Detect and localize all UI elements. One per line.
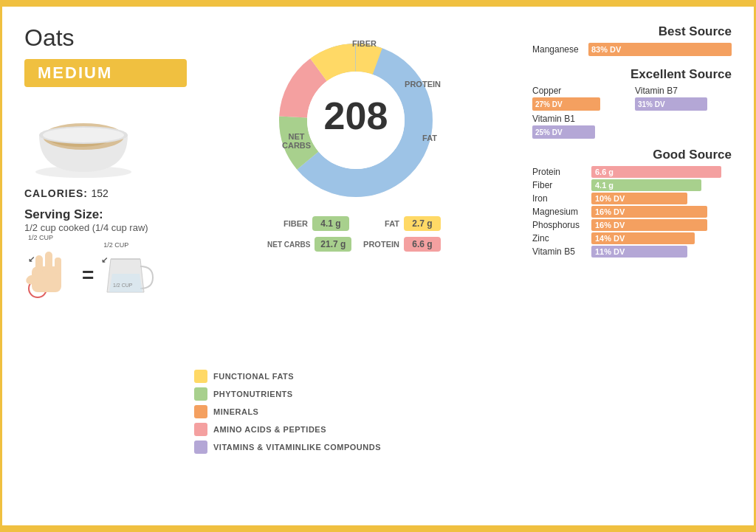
gs-protein-row: Protein 6.6 g: [532, 166, 732, 178]
macro-fiber: FIBER 4.1 g: [267, 216, 353, 231]
page-wrapper: Oats MEDIUM: [0, 0, 756, 532]
food-title: Oats: [24, 24, 187, 52]
gs-fiber-bar: 4.1 g: [591, 179, 701, 191]
serving-size-title: Serving Size:: [24, 207, 187, 222]
center-column: 208 FIBER PROTEIN FAT NETCARBS FIBER 4.1…: [194, 24, 518, 359]
gs-phosphorus-row: Phosphorus 16% DV: [532, 219, 732, 231]
legend-dot-phytonutrients: [194, 387, 207, 401]
best-source-manganese: Manganese 83% DV: [532, 43, 732, 56]
legend-section: FUNCTIONAL FATS PHYTONUTRIENTS MINERALS …: [194, 370, 518, 508]
cup-label-2: 1/2 CUP: [103, 241, 128, 249]
calories-line: CALORIES: 152: [24, 187, 187, 200]
macro-netcarbs: NET CARBS 21.7 g: [267, 237, 353, 252]
best-source-manganese-name: Manganese: [532, 44, 585, 55]
gs-vitb5-bar: 11% DV: [591, 246, 687, 258]
svg-rect-11: [35, 255, 43, 274]
gs-zinc-row: Zinc 14% DV: [532, 232, 732, 244]
legend-dot-minerals: [194, 405, 207, 418]
macro-protein: PROTEIN 6.6 g: [359, 237, 444, 252]
hand-cup-illustration: 1/2 CUP ↙: [24, 244, 187, 306]
macro-fat-label: FAT: [359, 219, 399, 228]
macro-fat: FAT 2.7 g: [359, 216, 444, 231]
excellent-copper-bar: 27% DV: [532, 97, 600, 111]
macro-protein-value: 6.6 g: [404, 237, 441, 252]
excellent-copper-bar-row: 27% DV: [532, 97, 629, 111]
calories-label: CALORIES:: [24, 187, 88, 199]
serving-size-section: Serving Size: 1/2 cup cooked (1/4 cup ra…: [24, 207, 187, 233]
gs-zinc-bar: 14% DV: [591, 232, 695, 244]
gs-magnesium-val: 16% DV: [595, 207, 625, 216]
excellent-vitb7-wrap: Vitamin B7 31% DV: [635, 86, 732, 111]
donut-label-protein: PROTEIN: [405, 80, 441, 89]
legend-label-phytonutrients: PHYTONUTRIENTS: [213, 390, 293, 398]
excellent-row2-placeholder: [635, 114, 732, 139]
bottom-border: [2, 525, 754, 530]
svg-point-8: [43, 128, 124, 142]
legend-dot-amino-acids: [194, 423, 207, 436]
excellent-vitb1-bar: 25% DV: [532, 125, 595, 139]
excellent-vitb7-pct: 31% DV: [638, 100, 665, 108]
gs-zinc-name: Zinc: [532, 233, 591, 243]
top-border: [2, 2, 754, 7]
svg-text:↙: ↙: [101, 255, 108, 264]
excellent-vitb7-bar: 31% DV: [635, 97, 707, 111]
gs-vitb5-row: Vitamin B5 11% DV: [532, 246, 732, 258]
svg-rect-12: [45, 252, 52, 272]
legend-label-minerals: MINERALS: [213, 407, 258, 416]
legend-vitamins: VITAMINS & VITAMINLIKE COMPOUNDS: [194, 441, 518, 454]
donut-center-value: 208: [324, 94, 388, 137]
svg-rect-13: [55, 258, 61, 274]
macro-netcarbs-label: NET CARBS: [267, 241, 310, 249]
gs-iron-val: 10% DV: [595, 194, 625, 203]
good-source-section: Good Source Protein 6.6 g Fiber 4.1 g Ir…: [532, 148, 732, 259]
gs-fiber-val: 4.1 g: [595, 181, 614, 190]
bowl-illustration: [24, 98, 142, 179]
food-image-area: [24, 98, 142, 179]
macros-grid: FIBER 4.1 g FAT 2.7 g NET CARBS 21.7 g P…: [267, 216, 444, 252]
svg-text:↙: ↙: [28, 255, 35, 263]
excellent-copper-name: Copper: [532, 86, 629, 96]
calories-value: 152: [91, 187, 108, 199]
gs-phosphorus-name: Phosphorus: [532, 220, 591, 230]
main-grid: Oats MEDIUM: [24, 24, 732, 508]
excellent-source-section: Excellent Source Copper 27% DV Vitamin B…: [532, 67, 732, 139]
donut-label-fat: FAT: [422, 134, 437, 142]
gs-iron-row: Iron 10% DV: [532, 193, 732, 204]
good-source-title: Good Source: [532, 148, 732, 162]
gs-phosphorus-bar: 16% DV: [591, 219, 707, 231]
gs-iron-name: Iron: [532, 193, 591, 204]
left-column: Oats MEDIUM: [24, 24, 187, 508]
gs-vitb5-val: 11% DV: [595, 247, 625, 256]
gs-magnesium-row: Magnesium 16% DV: [532, 206, 732, 218]
gs-magnesium-name: Magnesium: [532, 207, 591, 217]
legend-dot-vitamins: [194, 441, 207, 454]
cup-label-1: 1/2 CUP: [28, 234, 53, 241]
excellent-vitb7-bar-row: 31% DV: [635, 97, 732, 111]
legend-label-functional-fats: FUNCTIONAL FATS: [213, 372, 294, 381]
excellent-vitb7-name: Vitamin B7: [635, 86, 732, 96]
hand-svg: ↙: [24, 244, 76, 303]
macro-fiber-value: 4.1 g: [312, 216, 349, 231]
right-column: Best Source Manganese 83% DV Excellent S…: [525, 24, 732, 508]
best-source-section: Best Source Manganese 83% DV: [532, 24, 732, 58]
excellent-row-2: Vitamin B1 25% DV: [532, 114, 732, 139]
gs-protein-name: Protein: [532, 167, 591, 177]
equals-sign: =: [82, 263, 94, 287]
donut-chart-container: 208 FIBER PROTEIN FAT NETCARBS: [267, 32, 444, 209]
gs-fiber-name: Fiber: [532, 180, 591, 190]
best-source-manganese-pct: 83% DV: [591, 45, 621, 54]
best-source-manganese-bar-wrap: 83% DV: [588, 43, 732, 56]
medium-badge: MEDIUM: [24, 59, 187, 87]
macro-protein-label: PROTEIN: [359, 240, 399, 249]
legend-amino-acids: AMINO ACIDS & PEPTIDES: [194, 423, 518, 436]
gs-iron-bar: 10% DV: [591, 193, 687, 204]
svg-text:1/2 CUP: 1/2 CUP: [113, 283, 133, 288]
excellent-vitb1-name: Vitamin B1: [532, 114, 629, 124]
excellent-row-1: Copper 27% DV Vitamin B7 31% DV: [532, 86, 732, 111]
excellent-source-title: Excellent Source: [532, 67, 732, 82]
gs-protein-bar: 6.6 g: [591, 166, 721, 178]
gs-protein-val: 6.6 g: [595, 167, 614, 176]
measuring-cup-svg: 1/2 CUP ↙: [100, 252, 155, 296]
excellent-vitb1-bar-row: 25% DV: [532, 125, 629, 139]
macro-fiber-label: FIBER: [267, 219, 308, 228]
